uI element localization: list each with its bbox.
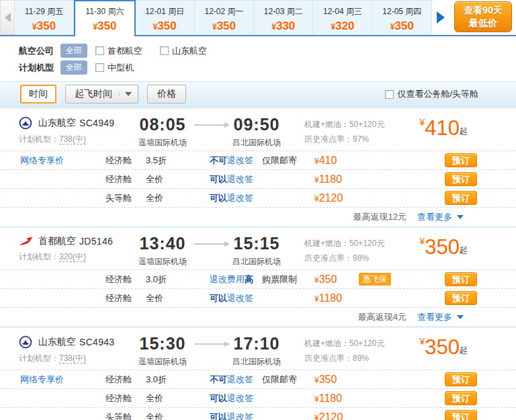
tab-date-label: 12-01 周日 — [136, 6, 194, 17]
sort-by-time-button[interactable]: 时间 — [20, 85, 56, 103]
refund-policy-link[interactable]: 退改费用高 — [210, 274, 262, 286]
punctuality-rate-label: 历史准点率：89% — [304, 351, 401, 366]
discount-label: 全价 — [146, 292, 210, 304]
refund-policy-link[interactable]: 可以退改签 — [210, 292, 262, 304]
fare-row: 网络专享价 经济舱 3.0折 不可退改签 仅限邮寄 ¥350 预订 — [0, 370, 516, 388]
fare-tag-link[interactable]: 网络专享价 — [0, 374, 105, 386]
book-button[interactable]: 预订 — [445, 410, 477, 420]
airline-name: 山东航空 — [38, 336, 76, 348]
tab-date-label: 12-03 周二 — [254, 6, 312, 17]
book-button[interactable]: 预订 — [445, 372, 477, 386]
fare-row: 头等舱 全价 可以退改签 ¥2120 预订 — [0, 188, 516, 207]
airline-option-capital-label: 首都航空 — [108, 45, 142, 57]
aircraft-filter-all-chip[interactable]: 全部 — [60, 60, 87, 75]
aircraft-option-medium[interactable]: 中型机 — [95, 62, 134, 74]
aircraft-type-label: 计划机型： — [19, 353, 59, 363]
view-90day-lowest-price-button[interactable]: 查看90天 最低价 — [454, 1, 512, 32]
view-more-link[interactable]: 查看更多 — [417, 211, 452, 223]
discount-label: 全价 — [146, 173, 210, 185]
aircraft-type-value[interactable]: 738(中) — [59, 134, 86, 144]
fare-price: ¥410 — [314, 155, 356, 167]
date-tab[interactable]: 12-01 周日 ¥350 — [136, 0, 195, 35]
flight-direction-arrow-icon — [194, 124, 225, 126]
business-first-class-only-checkbox[interactable]: 仅查看公务舱/头等舱 — [385, 88, 478, 100]
sort-bar: 时间 起飞时间 价格 仅查看公务舱/头等舱 — [0, 81, 516, 107]
chevron-down-icon[interactable] — [457, 215, 464, 219]
checkbox-icon[interactable] — [160, 46, 169, 55]
arrive-time: 15:15 — [226, 235, 287, 252]
book-button[interactable]: 预订 — [445, 191, 477, 205]
price-from-suffix: 起 — [460, 126, 468, 136]
depart-time-sort-label: 起飞时间 — [75, 88, 112, 100]
date-tab[interactable]: 12-03 周二 ¥330 — [254, 0, 313, 35]
depart-airport: 遥墙国际机场 — [132, 256, 193, 267]
depart-time: 13:40 — [132, 235, 193, 252]
aircraft-type-value[interactable]: 320(中) — [59, 252, 86, 262]
cabin-class-label: 经济舱 — [105, 374, 146, 386]
refund-policy-link[interactable]: 可以退改签 — [210, 192, 262, 204]
aircraft-filter-label: 计划机型 — [19, 62, 54, 74]
airline-option-shandong[interactable]: 山东航空 — [160, 45, 207, 57]
airline-filter-label: 航空公司 — [19, 45, 54, 57]
refund-policy-link[interactable]: 不可退改签 — [210, 374, 262, 386]
refund-policy-link[interactable]: 可以退改签 — [210, 173, 262, 185]
fare-list: 网络专享价 经济舱 3.5折 不可退改签 仅限邮寄 ¥410 预订 经济舱 全价… — [0, 151, 516, 207]
date-tab[interactable]: 12-05 周四 ¥350 — [373, 0, 432, 35]
chevron-down-icon[interactable] — [457, 315, 464, 319]
date-tab[interactable]: 12-04 周三 ¥320 — [313, 0, 372, 35]
date-tab-strip: 11-29 周五 ¥350 11-30 周六 ¥350 12-01 周日 ¥35… — [15, 0, 432, 35]
tab-price-label: ¥350 — [373, 19, 431, 33]
lowest-price-button-line1: 查看90天 — [464, 5, 503, 15]
flight-direction-arrow-icon — [194, 243, 225, 245]
airline-filter-all-chip[interactable]: 全部 — [60, 44, 87, 58]
cabin-class-label: 头等舱 — [105, 411, 146, 420]
cabin-class-label: 经济舱 — [105, 173, 146, 185]
arrive-airport: 昌北国际机场 — [226, 256, 287, 267]
book-button[interactable]: 预订 — [445, 153, 477, 167]
fare-row: 经济舱 全价 可以退改签 ¥1180 预订 — [0, 288, 516, 307]
sort-by-price-button[interactable]: 价格 — [147, 85, 186, 103]
prev-dates-button[interactable] — [0, 0, 15, 35]
fare-list: 网络专享价 经济舱 3.0折 不可退改签 仅限邮寄 ¥350 预订 经济舱 全价… — [0, 370, 516, 420]
aircraft-type-value[interactable]: 738(中) — [59, 353, 86, 364]
book-button[interactable]: 预订 — [445, 391, 477, 405]
depart-airport: 遥墙国际机场 — [132, 356, 193, 368]
flight-list: 山东航空 SC4949 计划机型：738(中) 08:05 遥墙国际机场 09:… — [0, 107, 516, 420]
airport-fuel-fee-label: 机建+燃油：50+120元 — [304, 336, 401, 351]
date-tab[interactable]: 12-02 周一 ¥350 — [195, 0, 254, 35]
next-dates-button[interactable] — [432, 0, 449, 35]
tab-date-label: 11-30 周六 — [75, 6, 134, 17]
aircraft-filter-row: 计划机型 全部 中型机 — [19, 59, 516, 76]
checkbox-icon[interactable] — [95, 63, 104, 72]
view-more-link[interactable]: 查看更多 — [417, 311, 452, 323]
depart-time: 08:05 — [132, 116, 193, 133]
flight-card: 山东航空 SC4949 计划机型：738(中) 08:05 遥墙国际机场 09:… — [0, 107, 516, 226]
cabin-class-label: 经济舱 — [105, 292, 146, 304]
tab-date-label: 12-04 周三 — [313, 6, 372, 17]
restriction-label: 仅限邮寄 — [262, 374, 314, 386]
flight-header: 山东航空 SC4943 计划机型：738(中) 15:30 遥墙国际机场 17:… — [0, 328, 516, 370]
fare-tag-link[interactable]: 网络专享价 — [0, 155, 105, 167]
airline-name: 首都航空 — [38, 235, 76, 247]
arrive-time: 17:10 — [226, 335, 287, 352]
date-tab[interactable]: 11-29 周五 ¥350 — [15, 0, 74, 35]
tab-price-label: ¥330 — [254, 19, 312, 33]
book-button[interactable]: 预订 — [445, 172, 477, 186]
fare-price: ¥350 — [314, 274, 356, 286]
refund-policy-link[interactable]: 不可退改签 — [210, 155, 262, 167]
airline-option-capital[interactable]: 首都航空 — [95, 45, 142, 57]
cabin-class-label: 经济舱 — [105, 274, 146, 286]
discount-label: 全价 — [146, 411, 210, 420]
depart-time-sort-select[interactable]: 起飞时间 — [65, 85, 138, 103]
refund-policy-link[interactable]: 可以退改签 — [210, 392, 262, 405]
refund-policy-link[interactable]: 可以退改签 — [210, 411, 262, 420]
punctuality-rate-label: 历史准点率：98% — [304, 251, 401, 265]
fare-price: ¥2120 — [314, 411, 356, 420]
checkbox-icon[interactable] — [95, 46, 104, 55]
book-button[interactable]: 预订 — [445, 291, 477, 305]
depart-time: 15:30 — [132, 335, 193, 352]
book-button[interactable]: 预订 — [445, 272, 477, 286]
date-tab[interactable]: 11-30 周六 ¥350 — [74, 0, 135, 36]
fare-row: 网络专享价 经济舱 3.5折 不可退改签 仅限邮寄 ¥410 预订 — [0, 151, 516, 169]
checkbox-icon[interactable] — [385, 90, 394, 99]
